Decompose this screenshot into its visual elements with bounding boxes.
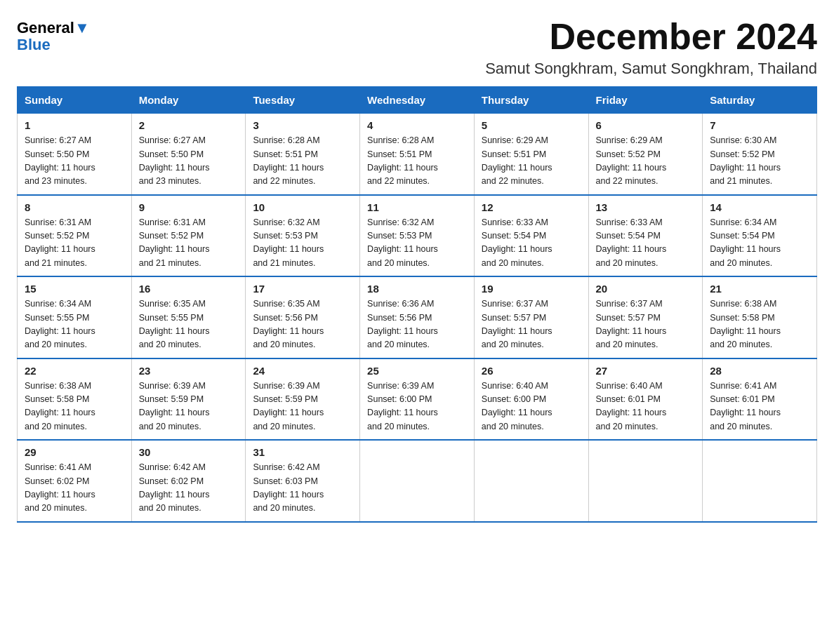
calendar-cell: 17Sunrise: 6:35 AM Sunset: 5:56 PM Dayli… <box>246 276 360 358</box>
month-title: December 2024 <box>485 17 817 57</box>
day-number: 15 <box>25 283 124 295</box>
calendar-cell: 8Sunrise: 6:31 AM Sunset: 5:52 PM Daylig… <box>18 195 132 277</box>
day-number: 10 <box>253 201 352 213</box>
day-number: 27 <box>596 365 696 377</box>
day-number: 4 <box>367 119 467 131</box>
calendar-cell: 24Sunrise: 6:39 AM Sunset: 5:59 PM Dayli… <box>246 358 360 441</box>
day-info: Sunrise: 6:33 AM Sunset: 5:54 PM Dayligh… <box>482 216 581 271</box>
calendar-cell: 11Sunrise: 6:32 AM Sunset: 5:53 PM Dayli… <box>360 195 475 277</box>
day-info: Sunrise: 6:38 AM Sunset: 5:58 PM Dayligh… <box>710 297 809 352</box>
calendar-cell: 22Sunrise: 6:38 AM Sunset: 5:58 PM Dayli… <box>18 358 132 441</box>
day-number: 17 <box>253 283 352 295</box>
day-number: 18 <box>367 283 467 295</box>
day-number: 16 <box>139 283 239 295</box>
calendar-week-1: 1Sunrise: 6:27 AM Sunset: 5:50 PM Daylig… <box>18 114 817 195</box>
calendar-cell: 2Sunrise: 6:27 AM Sunset: 5:50 PM Daylig… <box>131 114 246 195</box>
calendar-cell <box>703 440 817 522</box>
calendar-week-5: 29Sunrise: 6:41 AM Sunset: 6:02 PM Dayli… <box>18 440 817 522</box>
day-info: Sunrise: 6:27 AM Sunset: 5:50 PM Dayligh… <box>25 134 124 189</box>
calendar-week-4: 22Sunrise: 6:38 AM Sunset: 5:58 PM Dayli… <box>18 358 817 441</box>
day-info: Sunrise: 6:35 AM Sunset: 5:56 PM Dayligh… <box>253 297 352 352</box>
calendar-cell: 1Sunrise: 6:27 AM Sunset: 5:50 PM Daylig… <box>18 114 132 195</box>
calendar-cell: 21Sunrise: 6:38 AM Sunset: 5:58 PM Dayli… <box>703 276 817 358</box>
calendar-header-sunday: Sunday <box>18 87 132 114</box>
day-number: 25 <box>367 365 467 377</box>
day-info: Sunrise: 6:37 AM Sunset: 5:57 PM Dayligh… <box>482 297 581 352</box>
page-header: General▼ Blue December 2024 Samut Songkh… <box>17 17 817 78</box>
calendar-cell: 5Sunrise: 6:29 AM Sunset: 5:51 PM Daylig… <box>474 114 588 195</box>
calendar-cell: 27Sunrise: 6:40 AM Sunset: 6:01 PM Dayli… <box>588 358 703 441</box>
calendar-cell: 30Sunrise: 6:42 AM Sunset: 6:02 PM Dayli… <box>131 440 246 522</box>
day-info: Sunrise: 6:40 AM Sunset: 6:01 PM Dayligh… <box>596 380 696 434</box>
day-number: 6 <box>596 119 696 131</box>
logo-line1: General▼ <box>17 20 90 36</box>
calendar-cell: 6Sunrise: 6:29 AM Sunset: 5:52 PM Daylig… <box>588 114 703 195</box>
day-number: 3 <box>253 119 352 131</box>
calendar-cell: 25Sunrise: 6:39 AM Sunset: 6:00 PM Dayli… <box>360 358 475 441</box>
day-info: Sunrise: 6:32 AM Sunset: 5:53 PM Dayligh… <box>253 216 352 271</box>
calendar-cell: 29Sunrise: 6:41 AM Sunset: 6:02 PM Dayli… <box>18 440 132 522</box>
calendar-cell: 23Sunrise: 6:39 AM Sunset: 5:59 PM Dayli… <box>131 358 246 441</box>
day-info: Sunrise: 6:27 AM Sunset: 5:50 PM Dayligh… <box>139 134 239 189</box>
day-number: 21 <box>710 283 809 295</box>
calendar-cell: 12Sunrise: 6:33 AM Sunset: 5:54 PM Dayli… <box>474 195 588 277</box>
day-info: Sunrise: 6:39 AM Sunset: 6:00 PM Dayligh… <box>367 380 467 434</box>
day-info: Sunrise: 6:31 AM Sunset: 5:52 PM Dayligh… <box>25 216 124 271</box>
calendar-cell: 3Sunrise: 6:28 AM Sunset: 5:51 PM Daylig… <box>246 114 360 195</box>
calendar-cell: 31Sunrise: 6:42 AM Sunset: 6:03 PM Dayli… <box>246 440 360 522</box>
calendar-cell: 16Sunrise: 6:35 AM Sunset: 5:55 PM Dayli… <box>131 276 246 358</box>
calendar-cell: 28Sunrise: 6:41 AM Sunset: 6:01 PM Dayli… <box>703 358 817 441</box>
calendar-cell: 20Sunrise: 6:37 AM Sunset: 5:57 PM Dayli… <box>588 276 703 358</box>
title-block: December 2024 Samut Songkhram, Samut Son… <box>485 17 817 78</box>
calendar-cell: 15Sunrise: 6:34 AM Sunset: 5:55 PM Dayli… <box>18 276 132 358</box>
day-info: Sunrise: 6:34 AM Sunset: 5:55 PM Dayligh… <box>25 297 124 352</box>
day-info: Sunrise: 6:31 AM Sunset: 5:52 PM Dayligh… <box>139 216 239 271</box>
calendar-cell: 14Sunrise: 6:34 AM Sunset: 5:54 PM Dayli… <box>703 195 817 277</box>
calendar-cell <box>588 440 703 522</box>
day-number: 19 <box>482 283 581 295</box>
calendar-cell: 10Sunrise: 6:32 AM Sunset: 5:53 PM Dayli… <box>246 195 360 277</box>
day-info: Sunrise: 6:30 AM Sunset: 5:52 PM Dayligh… <box>710 134 809 189</box>
calendar-cell: 19Sunrise: 6:37 AM Sunset: 5:57 PM Dayli… <box>474 276 588 358</box>
day-info: Sunrise: 6:40 AM Sunset: 6:00 PM Dayligh… <box>482 380 581 434</box>
day-info: Sunrise: 6:36 AM Sunset: 5:56 PM Dayligh… <box>367 297 467 352</box>
day-info: Sunrise: 6:28 AM Sunset: 5:51 PM Dayligh… <box>253 134 352 189</box>
day-info: Sunrise: 6:28 AM Sunset: 5:51 PM Dayligh… <box>367 134 467 189</box>
day-info: Sunrise: 6:39 AM Sunset: 5:59 PM Dayligh… <box>139 380 239 434</box>
day-number: 26 <box>482 365 581 377</box>
day-number: 11 <box>367 201 467 213</box>
day-number: 1 <box>25 119 124 131</box>
day-info: Sunrise: 6:42 AM Sunset: 6:03 PM Dayligh… <box>253 461 352 516</box>
calendar-cell: 4Sunrise: 6:28 AM Sunset: 5:51 PM Daylig… <box>360 114 475 195</box>
calendar-header-thursday: Thursday <box>474 87 588 114</box>
day-info: Sunrise: 6:34 AM Sunset: 5:54 PM Dayligh… <box>710 216 809 271</box>
calendar-cell <box>360 440 475 522</box>
day-number: 20 <box>596 283 696 295</box>
day-info: Sunrise: 6:41 AM Sunset: 6:01 PM Dayligh… <box>710 380 809 434</box>
calendar-header-friday: Friday <box>588 87 703 114</box>
day-info: Sunrise: 6:29 AM Sunset: 5:52 PM Dayligh… <box>596 134 696 189</box>
day-info: Sunrise: 6:33 AM Sunset: 5:54 PM Dayligh… <box>596 216 696 271</box>
calendar-header-wednesday: Wednesday <box>360 87 475 114</box>
calendar-header-row: SundayMondayTuesdayWednesdayThursdayFrid… <box>18 87 817 114</box>
day-info: Sunrise: 6:35 AM Sunset: 5:55 PM Dayligh… <box>139 297 239 352</box>
calendar-cell: 9Sunrise: 6:31 AM Sunset: 5:52 PM Daylig… <box>131 195 246 277</box>
calendar-header-saturday: Saturday <box>703 87 817 114</box>
day-number: 13 <box>596 201 696 213</box>
day-number: 28 <box>710 365 809 377</box>
calendar-header-tuesday: Tuesday <box>246 87 360 114</box>
calendar-cell <box>474 440 588 522</box>
day-number: 14 <box>710 201 809 213</box>
calendar-cell: 7Sunrise: 6:30 AM Sunset: 5:52 PM Daylig… <box>703 114 817 195</box>
calendar-cell: 18Sunrise: 6:36 AM Sunset: 5:56 PM Dayli… <box>360 276 475 358</box>
calendar-header-monday: Monday <box>131 87 246 114</box>
day-number: 22 <box>25 365 124 377</box>
calendar-cell: 26Sunrise: 6:40 AM Sunset: 6:00 PM Dayli… <box>474 358 588 441</box>
day-number: 7 <box>710 119 809 131</box>
day-number: 24 <box>253 365 352 377</box>
day-number: 5 <box>482 119 581 131</box>
logo-line2: Blue <box>17 36 51 53</box>
calendar-week-3: 15Sunrise: 6:34 AM Sunset: 5:55 PM Dayli… <box>18 276 817 358</box>
day-number: 29 <box>25 446 124 458</box>
calendar-week-2: 8Sunrise: 6:31 AM Sunset: 5:52 PM Daylig… <box>18 195 817 277</box>
